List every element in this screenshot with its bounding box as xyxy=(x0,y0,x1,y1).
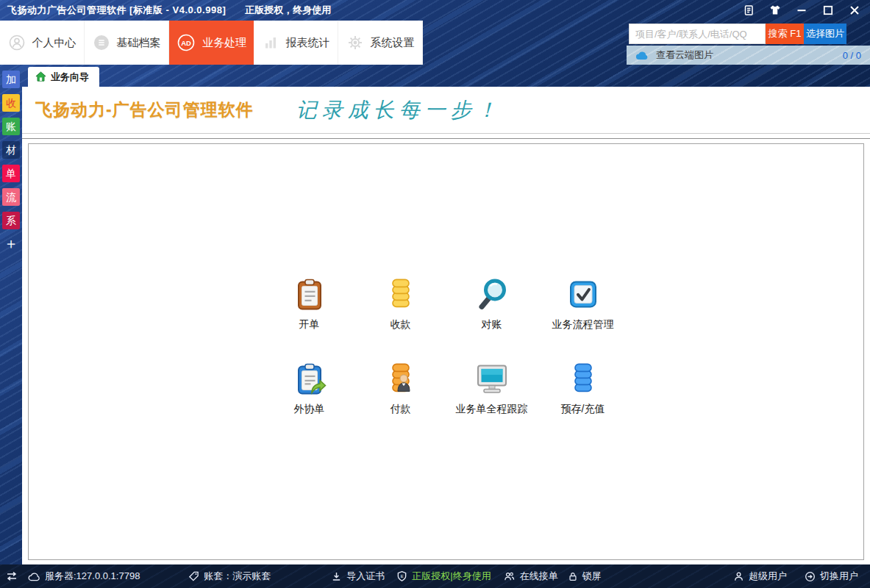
tag-icon xyxy=(188,571,199,582)
nav-label: 个人中心 xyxy=(32,36,76,50)
wizard-item-outsourcing-order[interactable]: 外协单 xyxy=(264,361,355,416)
switch-user-label: 切换用户 xyxy=(820,570,858,583)
arrow-circle-icon xyxy=(805,571,816,582)
blue-coins-icon xyxy=(566,361,601,396)
sidebar-item-4[interactable]: 单 xyxy=(2,165,20,182)
sidebar-item-7[interactable]: ＋ xyxy=(2,235,20,253)
wizard-label: 业务流程管理 xyxy=(552,318,614,331)
cloud-outline-icon xyxy=(28,572,40,581)
download-icon xyxy=(331,571,342,582)
window-controls xyxy=(741,2,870,18)
pay-coins-icon xyxy=(383,361,418,396)
wizard-item-prepaid-recharge[interactable]: 预存/充值 xyxy=(538,361,629,416)
sidebar-item-1[interactable]: 收 xyxy=(2,94,20,112)
nav-item-system-settings[interactable]: 系统设置 xyxy=(338,21,423,65)
import-certificate[interactable]: 导入证书 xyxy=(331,570,385,583)
wizard-label: 预存/充值 xyxy=(561,403,605,416)
nav-item-base-archives[interactable]: 基础档案 xyxy=(85,21,169,65)
checkbox-icon xyxy=(566,276,601,312)
ad-badge-icon: AD xyxy=(177,33,196,52)
sidebar-item-2[interactable]: 账 xyxy=(2,118,20,135)
tab-business-wizard[interactable]: 业务向导 xyxy=(28,67,99,87)
wizard-item-reconciliation[interactable]: 对账 xyxy=(446,276,538,331)
shield-icon: E xyxy=(396,570,407,582)
nav-label: 基础档案 xyxy=(117,36,161,50)
search-input[interactable] xyxy=(629,24,766,44)
wizard-item-order-tracking[interactable]: 业务单全程跟踪 xyxy=(446,361,538,416)
switch-user[interactable]: 切换用户 xyxy=(805,570,858,583)
nav-label: 业务处理 xyxy=(202,36,246,50)
server-status: 服务器:127.0.0.1:7798 xyxy=(28,570,140,583)
license-label: 正版授权|终身使用 xyxy=(412,570,491,583)
sidebar-item-6[interactable]: 系 xyxy=(2,212,20,229)
wizard-item-workflow-management[interactable]: 业务流程管理 xyxy=(538,276,629,331)
online-orders[interactable]: 在线接单 xyxy=(503,570,558,583)
banner: 飞扬动力-广告公司管理软件 记录成长每一步！ xyxy=(22,87,870,134)
magnifier-icon xyxy=(474,276,510,312)
server-label: 服务器:127.0.0.1:7798 xyxy=(45,570,140,583)
wizard-item-create-order[interactable]: 开单 xyxy=(264,276,355,331)
wizard-item-make-payment[interactable]: 付款 xyxy=(355,361,446,416)
select-image-button[interactable]: 选择图片 xyxy=(804,24,846,44)
home-icon xyxy=(35,71,46,82)
account-label: 账套：演示账套 xyxy=(204,570,271,583)
import-cert-label: 导入证书 xyxy=(346,570,385,583)
main-area: 飞扬动力-广告公司管理软件 记录成长每一步！ 开单 xyxy=(22,87,870,564)
online-orders-label: 在线接单 xyxy=(520,570,558,583)
lock-screen-label: 锁屏 xyxy=(582,570,602,583)
nav-label: 系统设置 xyxy=(371,36,415,50)
nav-item-business-processing[interactable]: AD 业务处理 xyxy=(169,21,254,65)
nav-item-personal-center[interactable]: 个人中心 xyxy=(0,21,85,65)
user-icon xyxy=(8,34,26,51)
close-icon[interactable] xyxy=(846,2,863,18)
title-bar: 飞扬动力广告公司管理软件 [标准版 - V4.0.0.998] 正版授权，终身使… xyxy=(0,0,870,21)
svg-text:AD: AD xyxy=(181,39,191,47)
swap-arrows-icon[interactable] xyxy=(6,570,18,582)
skin-shirt-icon[interactable] xyxy=(767,2,783,18)
clipboard-arrow-icon xyxy=(292,361,327,396)
cloud-image-bar[interactable]: 查看云端图片 0 / 0 xyxy=(627,46,870,65)
sidebar-item-0[interactable]: 加 xyxy=(2,71,20,88)
gold-coins-icon xyxy=(383,276,418,312)
brand-slogan: 记录成长每一步！ xyxy=(296,96,502,124)
wizard-label: 对账 xyxy=(482,318,502,331)
cloud-icon xyxy=(635,50,649,60)
tab-strip: 业务向导 xyxy=(22,65,870,87)
license-status: E 正版授权|终身使用 xyxy=(396,570,491,583)
window-license-text: 正版授权，终身使用 xyxy=(245,4,331,17)
cloud-bar-count: 0 / 0 xyxy=(843,50,861,61)
lock-icon xyxy=(568,571,578,582)
wizard-label: 业务单全程跟踪 xyxy=(456,403,528,416)
wizard-label: 收款 xyxy=(391,318,411,331)
list-icon xyxy=(93,34,110,51)
svg-text:E: E xyxy=(401,574,404,578)
account-set: 账套：演示账套 xyxy=(188,570,271,583)
people-icon xyxy=(503,571,516,582)
nav-item-report-statistics[interactable]: 报表统计 xyxy=(254,21,338,65)
sidebar-item-5[interactable]: 流 xyxy=(2,188,20,206)
search-button[interactable]: 搜索 F1 xyxy=(766,24,804,44)
sidebar-item-3[interactable]: 材 xyxy=(2,141,20,159)
current-user-label: 超级用户 xyxy=(749,570,787,583)
person-icon xyxy=(733,571,744,582)
clipboard-icon xyxy=(292,276,327,312)
monitor-icon xyxy=(474,361,510,396)
wizard-item-receive-payment[interactable]: 收款 xyxy=(355,276,446,331)
brand-title: 飞扬动力-广告公司管理软件 xyxy=(35,98,254,121)
wizard-grid: 开单 收款 对账 xyxy=(264,276,629,416)
minimize-icon[interactable] xyxy=(794,2,810,18)
window-title: 飞扬动力广告公司管理软件 [标准版 - V4.0.0.998] xyxy=(7,4,226,17)
maximize-icon[interactable] xyxy=(820,2,836,18)
gear-icon xyxy=(346,34,364,51)
wizard-label: 付款 xyxy=(391,403,411,416)
main-nav: 个人中心 基础档案 AD 业务处理 报表统计 系统设置 xyxy=(0,21,423,65)
search-area: 搜索 F1 选择图片 xyxy=(629,24,846,44)
divider xyxy=(22,138,870,139)
nav-label: 报表统计 xyxy=(286,36,330,50)
notes-icon[interactable] xyxy=(741,2,757,18)
wizard-label: 外协单 xyxy=(294,403,325,416)
wizard-panel: 开单 收款 对账 xyxy=(28,143,864,560)
lock-screen[interactable]: 锁屏 xyxy=(568,570,602,583)
status-bar: 服务器:127.0.0.1:7798 账套：演示账套 导入证书 E 正版授权|终… xyxy=(0,564,870,588)
current-user[interactable]: 超级用户 xyxy=(733,570,787,583)
